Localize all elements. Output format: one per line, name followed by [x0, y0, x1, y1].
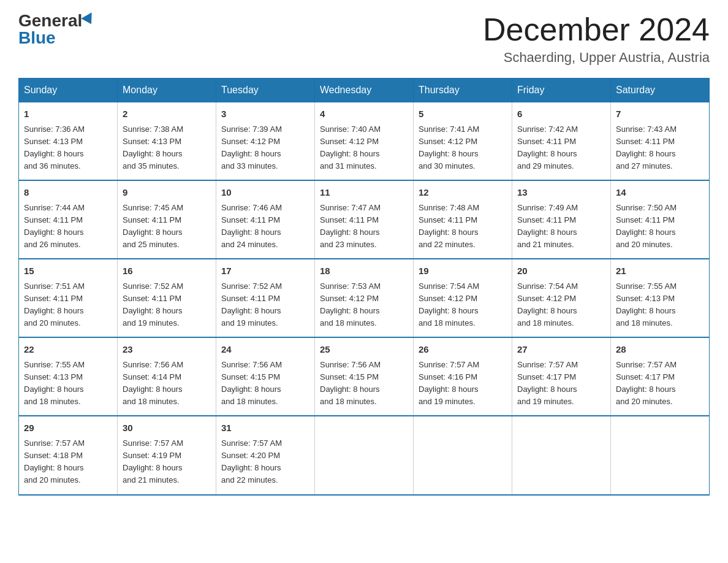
day-info: Sunrise: 7:39 AMSunset: 4:12 PMDaylight:… [221, 123, 309, 173]
day-number: 18 [320, 264, 408, 278]
calendar-cell: 6Sunrise: 7:42 AMSunset: 4:11 PMDaylight… [512, 102, 611, 181]
calendar-cell [512, 416, 611, 494]
calendar-cell: 12Sunrise: 7:48 AMSunset: 4:11 PMDayligh… [414, 180, 512, 259]
day-info: Sunrise: 7:57 AMSunset: 4:20 PMDaylight:… [221, 437, 309, 487]
calendar-cell: 31Sunrise: 7:57 AMSunset: 4:20 PMDayligh… [216, 416, 315, 494]
day-info: Sunrise: 7:57 AMSunset: 4:16 PMDaylight:… [419, 359, 507, 408]
calendar-cell: 8Sunrise: 7:44 AMSunset: 4:11 PMDaylight… [19, 180, 118, 259]
day-info: Sunrise: 7:49 AMSunset: 4:11 PMDaylight:… [517, 202, 605, 251]
day-info: Sunrise: 7:55 AMSunset: 4:13 PMDaylight:… [616, 280, 704, 330]
calendar-cell: 29Sunrise: 7:57 AMSunset: 4:18 PMDayligh… [19, 416, 118, 494]
calendar-cell: 22Sunrise: 7:55 AMSunset: 4:13 PMDayligh… [19, 337, 118, 416]
day-info: Sunrise: 7:54 AMSunset: 4:12 PMDaylight:… [419, 280, 507, 330]
calendar-cell: 15Sunrise: 7:51 AMSunset: 4:11 PMDayligh… [19, 259, 118, 337]
month-title: December 2024 [483, 12, 710, 47]
day-number: 17 [221, 264, 309, 278]
day-info: Sunrise: 7:36 AMSunset: 4:13 PMDaylight:… [24, 123, 112, 173]
day-number: 16 [123, 264, 211, 278]
logo-general-text: General [18, 12, 82, 29]
week-row-2: 8Sunrise: 7:44 AMSunset: 4:11 PMDaylight… [19, 180, 710, 259]
day-info: Sunrise: 7:54 AMSunset: 4:12 PMDaylight:… [517, 280, 605, 330]
day-info: Sunrise: 7:57 AMSunset: 4:17 PMDaylight:… [616, 359, 704, 408]
calendar-cell: 3Sunrise: 7:39 AMSunset: 4:12 PMDaylight… [216, 102, 315, 181]
column-header-tuesday: Tuesday [216, 79, 315, 102]
day-number: 15 [24, 264, 112, 278]
day-info: Sunrise: 7:56 AMSunset: 4:15 PMDaylight:… [221, 359, 309, 408]
day-number: 12 [419, 186, 507, 200]
day-number: 2 [123, 107, 211, 121]
calendar-cell: 20Sunrise: 7:54 AMSunset: 4:12 PMDayligh… [512, 259, 611, 337]
column-header-sunday: Sunday [19, 79, 118, 102]
column-header-thursday: Thursday [414, 79, 512, 102]
day-number: 9 [123, 186, 211, 200]
day-info: Sunrise: 7:42 AMSunset: 4:11 PMDaylight:… [517, 123, 605, 173]
day-info: Sunrise: 7:52 AMSunset: 4:11 PMDaylight:… [123, 280, 211, 330]
calendar-cell: 25Sunrise: 7:56 AMSunset: 4:15 PMDayligh… [315, 337, 414, 416]
day-info: Sunrise: 7:47 AMSunset: 4:11 PMDaylight:… [320, 202, 408, 251]
calendar-cell: 5Sunrise: 7:41 AMSunset: 4:12 PMDaylight… [414, 102, 512, 181]
calendar-cell: 24Sunrise: 7:56 AMSunset: 4:15 PMDayligh… [216, 337, 315, 416]
day-info: Sunrise: 7:48 AMSunset: 4:11 PMDaylight:… [419, 202, 507, 251]
column-header-friday: Friday [512, 79, 611, 102]
day-number: 11 [320, 186, 408, 200]
calendar-cell: 27Sunrise: 7:57 AMSunset: 4:17 PMDayligh… [512, 337, 611, 416]
day-info: Sunrise: 7:56 AMSunset: 4:15 PMDaylight:… [320, 359, 408, 408]
day-number: 7 [616, 107, 704, 121]
day-number: 30 [123, 421, 211, 435]
calendar-cell: 23Sunrise: 7:56 AMSunset: 4:14 PMDayligh… [118, 337, 216, 416]
day-info: Sunrise: 7:44 AMSunset: 4:11 PMDaylight:… [24, 202, 112, 251]
calendar-cell [315, 416, 414, 494]
calendar-cell: 4Sunrise: 7:40 AMSunset: 4:12 PMDaylight… [315, 102, 414, 181]
day-number: 22 [24, 343, 112, 357]
column-header-saturday: Saturday [611, 79, 710, 102]
column-header-monday: Monday [118, 79, 216, 102]
calendar-table: SundayMondayTuesdayWednesdayThursdayFrid… [18, 78, 710, 495]
logo-blue-text: Blue [18, 29, 56, 47]
day-info: Sunrise: 7:50 AMSunset: 4:11 PMDaylight:… [616, 202, 704, 251]
day-number: 14 [616, 186, 704, 200]
location-subtitle: Schaerding, Upper Austria, Austria [483, 50, 710, 66]
week-row-4: 22Sunrise: 7:55 AMSunset: 4:13 PMDayligh… [19, 337, 710, 416]
day-info: Sunrise: 7:41 AMSunset: 4:12 PMDaylight:… [419, 123, 507, 173]
calendar-cell: 28Sunrise: 7:57 AMSunset: 4:17 PMDayligh… [611, 337, 710, 416]
day-info: Sunrise: 7:51 AMSunset: 4:11 PMDaylight:… [24, 280, 112, 330]
day-number: 25 [320, 343, 408, 357]
calendar-cell [414, 416, 512, 494]
day-info: Sunrise: 7:55 AMSunset: 4:13 PMDaylight:… [24, 359, 112, 408]
day-number: 28 [616, 343, 704, 357]
day-number: 26 [419, 343, 507, 357]
calendar-cell [611, 416, 710, 494]
calendar-cell: 11Sunrise: 7:47 AMSunset: 4:11 PMDayligh… [315, 180, 414, 259]
logo: General Blue [18, 12, 96, 47]
calendar-cell: 14Sunrise: 7:50 AMSunset: 4:11 PMDayligh… [611, 180, 710, 259]
day-info: Sunrise: 7:43 AMSunset: 4:11 PMDaylight:… [616, 123, 704, 173]
page-header: General Blue December 2024 Schaerding, U… [18, 12, 710, 66]
day-number: 21 [616, 264, 704, 278]
day-number: 10 [221, 186, 309, 200]
calendar-cell: 7Sunrise: 7:43 AMSunset: 4:11 PMDaylight… [611, 102, 710, 181]
day-number: 20 [517, 264, 605, 278]
day-info: Sunrise: 7:45 AMSunset: 4:11 PMDaylight:… [123, 202, 211, 251]
day-info: Sunrise: 7:57 AMSunset: 4:17 PMDaylight:… [517, 359, 605, 408]
calendar-cell: 26Sunrise: 7:57 AMSunset: 4:16 PMDayligh… [414, 337, 512, 416]
day-info: Sunrise: 7:52 AMSunset: 4:11 PMDaylight:… [221, 280, 309, 330]
day-number: 27 [517, 343, 605, 357]
day-info: Sunrise: 7:57 AMSunset: 4:19 PMDaylight:… [123, 437, 211, 487]
day-number: 1 [24, 107, 112, 121]
calendar-cell: 9Sunrise: 7:45 AMSunset: 4:11 PMDaylight… [118, 180, 216, 259]
week-row-1: 1Sunrise: 7:36 AMSunset: 4:13 PMDaylight… [19, 102, 710, 181]
day-number: 5 [419, 107, 507, 121]
calendar-cell: 16Sunrise: 7:52 AMSunset: 4:11 PMDayligh… [118, 259, 216, 337]
title-block: December 2024 Schaerding, Upper Austria,… [483, 12, 710, 66]
calendar-cell: 1Sunrise: 7:36 AMSunset: 4:13 PMDaylight… [19, 102, 118, 181]
day-number: 4 [320, 107, 408, 121]
week-row-5: 29Sunrise: 7:57 AMSunset: 4:18 PMDayligh… [19, 416, 710, 494]
day-info: Sunrise: 7:40 AMSunset: 4:12 PMDaylight:… [320, 123, 408, 173]
day-number: 8 [24, 186, 112, 200]
day-number: 31 [221, 421, 309, 435]
day-info: Sunrise: 7:53 AMSunset: 4:12 PMDaylight:… [320, 280, 408, 330]
calendar-cell: 19Sunrise: 7:54 AMSunset: 4:12 PMDayligh… [414, 259, 512, 337]
calendar-cell: 13Sunrise: 7:49 AMSunset: 4:11 PMDayligh… [512, 180, 611, 259]
logo-triangle-icon [82, 12, 97, 27]
day-info: Sunrise: 7:56 AMSunset: 4:14 PMDaylight:… [123, 359, 211, 408]
